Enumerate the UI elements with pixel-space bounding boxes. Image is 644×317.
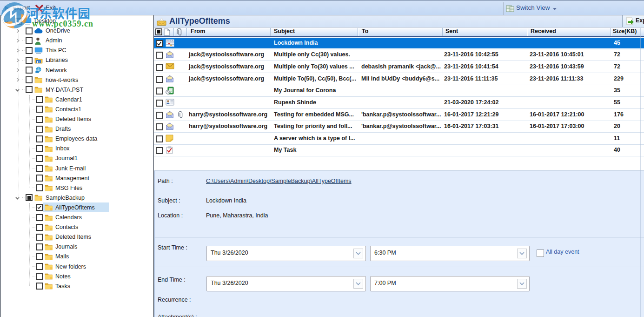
tree-item-Tasks[interactable]: Tasks — [1, 281, 155, 291]
tree-item-New-folders[interactable]: New folders — [1, 262, 155, 271]
tree-item-Inbox[interactable]: Inbox — [1, 144, 155, 154]
folder-tree: DesktopOneDriveAdminThis PCLibrariesNetw… — [0, 15, 154, 317]
msg-row-0[interactable]: Lockdown India45 — [154, 38, 644, 49]
tree-item-MSG-Files[interactable]: MSG Files — [1, 183, 155, 193]
content-title: AllTypeOfItems — [169, 16, 230, 26]
tree-item-Deleted-Items[interactable]: Deleted Items — [1, 232, 155, 242]
tree-item-Calendars[interactable]: Calendars — [1, 213, 155, 223]
pst-viewer: Export Exit Switch View DesktopOneDriveA… — [0, 0, 644, 317]
switchview-label[interactable]: Switch View — [516, 4, 550, 11]
tree-item-Network[interactable]: Network — [1, 65, 155, 75]
start-time[interactable]: 6:30 PM — [370, 246, 530, 261]
switchview-icon — [506, 5, 514, 13]
detail-pane: Path : C:\Users\Admin\Desktop\SampleBack… — [154, 170, 644, 317]
msg-row-4[interactable]: My Journal for Corona35 — [154, 85, 644, 97]
end-date[interactable]: Thu 3/26/2020 — [206, 276, 366, 291]
alldayevent-checkbox[interactable] — [537, 250, 544, 257]
header-envelope — [157, 17, 166, 26]
tree-item-Mails[interactable]: Mails — [1, 252, 155, 262]
tree-item-Libraries[interactable]: Libraries — [1, 55, 155, 65]
tree-item-how-it-works[interactable]: how-it-works — [1, 75, 155, 85]
msg-row-1[interactable]: jack@systoolssoftware.orgMultiple only C… — [154, 49, 644, 61]
start-date[interactable]: Thu 3/26/2020 — [206, 246, 366, 261]
end-time[interactable]: 7:00 PM — [370, 276, 530, 291]
msg-row-9[interactable]: My Task40 — [154, 145, 644, 156]
tree-item-Junk-E-mail[interactable]: Junk E-mail — [1, 163, 155, 173]
tree-item-Desktop[interactable]: Desktop — [1, 16, 155, 26]
exit-icon — [35, 5, 43, 13]
message-table: Lockdown India45jack@systoolssoftware.or… — [154, 37, 644, 170]
tree-item-Employees-data[interactable]: Employees-data — [1, 134, 155, 144]
msg-row-2[interactable]: jack@systoolssoftware.orgMultiple only T… — [154, 61, 644, 73]
export-icon — [4, 5, 11, 12]
export-button[interactable]: Export — [622, 15, 644, 27]
path-link[interactable]: C:\Users\Admin\Desktop\SampleBackup\AllT… — [206, 178, 352, 184]
tree-item-MY-DATA-PST[interactable]: MY-DATA.PST — [1, 85, 155, 94]
tree-item-Contacts[interactable]: Contacts — [1, 223, 155, 232]
msg-row-8[interactable]: A server which is a type of I...11 — [154, 133, 644, 145]
tree-item-Contacts1[interactable]: Contacts1 — [1, 104, 155, 114]
tree-item-OneDrive[interactable]: OneDrive — [1, 26, 155, 36]
msg-row-7[interactable]: harry@systoolssoftware.orgTesting for pr… — [154, 121, 644, 133]
alldayevent-label: All day event — [546, 249, 579, 255]
tree-item-Deleted-Items[interactable]: Deleted Items — [1, 115, 155, 124]
tree-item-This-PC[interactable]: This PC — [1, 46, 155, 55]
tree-item-Notes[interactable]: Notes — [1, 271, 155, 281]
toolbar: Export Exit Switch View — [0, 0, 644, 15]
tree-item-Admin[interactable]: Admin — [1, 36, 155, 46]
tree-item-Calendar1[interactable]: Calendar1 — [1, 94, 155, 104]
tree-item-Drafts[interactable]: Drafts — [1, 124, 155, 134]
table-header: From Subject To Sent Received Size(KB) — [154, 27, 644, 37]
tree-item-AllTypeOfItems[interactable]: AllTypeOfItems — [1, 202, 155, 212]
scroll-line — [640, 28, 641, 317]
tree-item-Management[interactable]: Management — [1, 173, 155, 183]
msg-row-5[interactable]: Rupesh Shinde21-03-2020 17:24:0255 — [154, 97, 644, 109]
exit-label[interactable]: Exit — [46, 4, 56, 11]
tree-item-SampleBackup[interactable]: SampleBackup — [1, 193, 155, 202]
content-header: AllTypeOfItems Export — [154, 15, 644, 27]
msg-row-6[interactable]: harry@systoolssoftware.orgTesting for em… — [154, 109, 644, 121]
export-label[interactable]: Export — [13, 4, 30, 11]
tree-item-Journals[interactable]: Journals — [1, 242, 155, 252]
tree-item-Journal1[interactable]: Journal1 — [1, 154, 155, 163]
msg-row-3[interactable]: jack@systoolssoftware.orgMultiple To(50)… — [154, 74, 644, 85]
